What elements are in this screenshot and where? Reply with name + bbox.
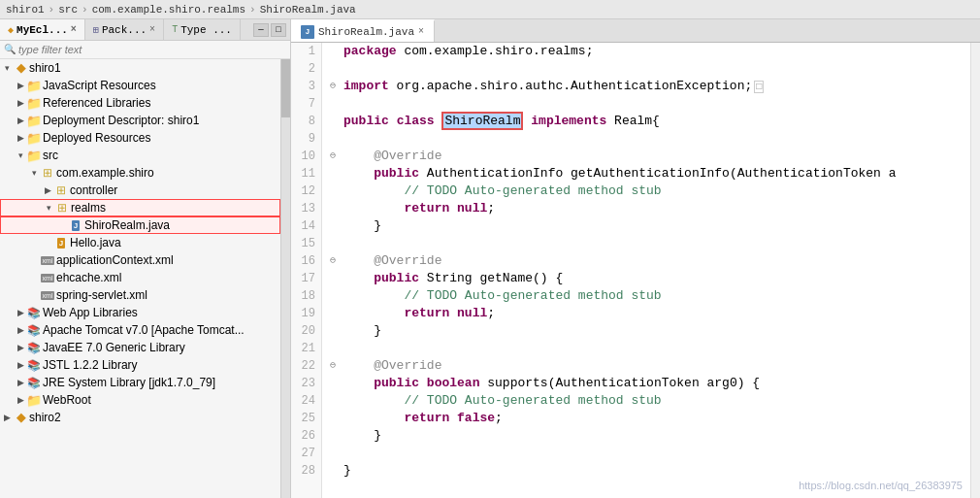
code-text-3: import org.apache.shiro.authc.Authentica…: [343, 78, 764, 96]
code-text-13: return null;: [343, 200, 495, 217]
tree-arrow[interactable]: ▶: [16, 395, 25, 405]
tree-item-js-resources[interactable]: ▶📁JavaScript Resources: [0, 77, 280, 94]
editor-tab-shirorealm[interactable]: J ShiroRealm.java ×: [291, 19, 435, 42]
tab-myecl[interactable]: ◆ MyEcl... ×: [0, 19, 85, 40]
line-num-21: 21: [297, 340, 315, 357]
left-scrollbar[interactable]: [280, 59, 290, 498]
code-area[interactable]: package com.example.shiro.realms;⊖import…: [322, 43, 970, 498]
tree-item-shiro2[interactable]: ▶◆shiro2: [0, 409, 280, 426]
tree-item-appContext-xml[interactable]: xmlapplicationContext.xml: [0, 251, 280, 269]
tree-item-ref-libraries[interactable]: ▶📁Referenced Libraries: [0, 94, 280, 112]
breadcrumb-item-3[interactable]: com.example.shiro.realms: [92, 4, 245, 16]
tree-arrow[interactable]: ▶: [16, 81, 25, 90]
tree-label-Hello-java: Hello.java: [70, 236, 121, 249]
code-text-22: @Override: [343, 357, 441, 375]
tree-label-jre: JRE System Library [jdk1.7.0_79]: [43, 376, 215, 389]
tree-arrow[interactable]: ▾: [16, 150, 25, 160]
tree-arrow[interactable]: ▶: [16, 308, 25, 317]
code-line-12: // TODO Auto-generated method stub: [330, 183, 963, 200]
tree-arrow[interactable]: ▶: [16, 116, 25, 125]
tree-item-jre[interactable]: ▶📚JRE System Library [jdk1.7.0_79]: [0, 374, 280, 391]
gutter-22: ⊖: [330, 357, 343, 375]
code-line-7: [330, 95, 963, 113]
java-file-icon: J: [301, 25, 314, 39]
tree-arrow[interactable]: ▶: [16, 378, 25, 387]
tree-arrow[interactable]: ▶: [16, 98, 25, 108]
code-line-17: public String getName() {: [330, 270, 963, 287]
pack-close[interactable]: ×: [149, 24, 155, 35]
tree-icon-folder-dep: 📁: [27, 114, 41, 127]
filter-icon: 🔍: [4, 44, 16, 55]
tree-item-web-app-libs[interactable]: ▶📚Web App Libraries: [0, 304, 280, 321]
code-line-22: ⊖ @Override: [330, 357, 963, 375]
editor-scrollbar[interactable]: [970, 43, 980, 498]
tree-arrow[interactable]: ▶: [2, 413, 12, 422]
tree-arrow[interactable]: ▶: [43, 185, 52, 195]
tree-item-spring-servlet-xml[interactable]: xmlspring-servlet.xml: [0, 286, 280, 304]
breadcrumb-sep-1: ›: [49, 4, 55, 16]
tree-arrow[interactable]: ▶: [16, 325, 25, 335]
breadcrumb-item-4[interactable]: ShiroRealm.java: [260, 4, 356, 16]
tree-item-ehcache-xml[interactable]: xmlehcache.xml: [0, 269, 280, 286]
left-tab-controls: — □: [253, 19, 290, 40]
tree-label-ehcache-xml: ehcache.xml: [56, 271, 121, 284]
tree-arrow[interactable]: ▾: [44, 203, 53, 213]
code-line-10: ⊖ @Override: [330, 148, 963, 165]
tree-arrow[interactable]: ▶: [16, 360, 25, 370]
code-text-8: public class ShiroRealm implements Realm…: [343, 113, 660, 130]
code-text-24: // TODO Auto-generated method stub: [343, 392, 662, 410]
editor-tab-close[interactable]: ×: [418, 26, 424, 37]
tree-arrow[interactable]: ▾: [2, 63, 12, 73]
breadcrumb: shiro1 › src › com.example.shiro.realms …: [0, 0, 980, 19]
code-text-12: // TODO Auto-generated method stub: [343, 183, 662, 200]
line-num-27: 27: [297, 445, 315, 462]
code-line-25: return false;: [330, 410, 963, 427]
tab-pack[interactable]: ⊞ Pack... ×: [85, 19, 164, 40]
code-line-15: [330, 235, 963, 252]
line-num-14: 14: [297, 217, 315, 235]
tree-item-realms[interactable]: ▾⊞realms: [0, 199, 280, 216]
code-text-23: public boolean supports(AuthenticationTo…: [343, 375, 760, 392]
tree-item-controller[interactable]: ▶⊞controller: [0, 182, 280, 199]
tree-item-Hello-java[interactable]: JHello.java: [0, 234, 280, 251]
tree-item-jstl[interactable]: ▶📚JSTL 1.2.2 Library: [0, 356, 280, 374]
tree-icon-package: ⊞: [41, 166, 54, 180]
tree-item-com-example-shiro[interactable]: ▾⊞com.example.shiro: [0, 164, 280, 182]
tree-arrow[interactable]: ▶: [16, 133, 25, 143]
tree-item-webroot[interactable]: ▶📁WebRoot: [0, 391, 280, 409]
myecl-close[interactable]: ×: [71, 24, 77, 35]
line-num-2: 2: [297, 60, 315, 78]
tree-item-shiro1[interactable]: ▾◆shiro1: [0, 59, 280, 77]
tree-icon-java: J: [54, 236, 68, 249]
code-text-18: // TODO Auto-generated method stub: [343, 287, 662, 305]
breadcrumb-item-1[interactable]: shiro1: [6, 4, 45, 16]
tree-item-deploy-descriptor[interactable]: ▶📁Deployment Descriptor: shiro1: [0, 112, 280, 129]
tree-arrow[interactable]: ▾: [29, 168, 39, 178]
tree-icon-xml: xml: [41, 271, 54, 284]
code-text-20: }: [343, 322, 381, 340]
minimize-btn[interactable]: —: [253, 23, 269, 37]
filter-input[interactable]: [18, 44, 286, 55]
tree-item-javaee[interactable]: ▶📚JavaEE 7.0 Generic Library: [0, 339, 280, 356]
line-num-26: 26: [297, 427, 315, 445]
tree-arrow[interactable]: ▶: [16, 343, 25, 352]
left-scrollbar-thumb[interactable]: [281, 59, 290, 117]
editor-tab-label: ShiroRealm.java: [318, 26, 414, 38]
breadcrumb-item-2[interactable]: src: [58, 4, 78, 16]
tree-item-apache-tomcat[interactable]: ▶📚Apache Tomcat v7.0 [Apache Tomcat...: [0, 321, 280, 339]
tab-type[interactable]: T Type ...: [164, 19, 241, 40]
tree-icon-folder-js: 📁: [27, 79, 41, 92]
tree-icon-project: ◆: [14, 61, 27, 75]
tree-icon-folder-ref: 📁: [27, 96, 41, 110]
line-num-12: 12: [297, 183, 315, 200]
tree-item-deployed-resources[interactable]: ▶📁Deployed Resources: [0, 129, 280, 147]
line-num-28: 28: [297, 462, 315, 480]
code-line-11: public AuthenticationInfo getAuthenticat…: [330, 165, 963, 183]
tree-icon-lib: 📚: [27, 306, 41, 319]
tree-item-ShiroRealm-java[interactable]: JShiroRealm.java: [0, 216, 280, 234]
line-num-10: 10: [297, 148, 315, 165]
maximize-btn[interactable]: □: [271, 23, 286, 37]
line-num-24: 24: [297, 392, 315, 410]
tree-item-src[interactable]: ▾📁src: [0, 147, 280, 164]
tree-label-ShiroRealm-java: ShiroRealm.java: [84, 218, 170, 232]
